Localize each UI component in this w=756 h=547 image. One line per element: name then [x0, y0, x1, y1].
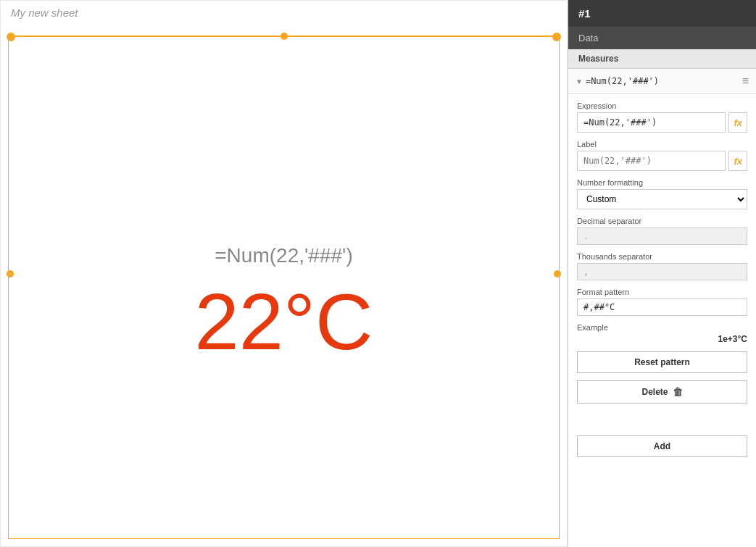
sidebar-header: #1 [568, 0, 756, 27]
label-input[interactable] [577, 151, 726, 171]
sidebar-tab-data[interactable]: Data [568, 27, 756, 49]
delete-label: Delete [641, 387, 668, 397]
measure-row[interactable]: ▼ =Num(22,'###') ≡ [568, 69, 756, 94]
thousands-separator-field-group: Thousands separator [577, 252, 747, 280]
sheet-title: My new sheet [1, 1, 567, 25]
reset-pattern-button[interactable]: Reset pattern [577, 351, 747, 373]
main-canvas: My new sheet =Num(22,'###') 22°C [0, 0, 568, 547]
add-button[interactable]: Add [577, 435, 747, 457]
thousands-separator-input[interactable] [577, 263, 747, 280]
label-label: Label [577, 140, 747, 149]
label-fx-button[interactable]: fx [728, 151, 747, 171]
label-input-row: fx [577, 151, 747, 171]
expression-fx-button[interactable]: fx [728, 112, 747, 133]
example-row: 1e+3°C [577, 334, 747, 344]
chart-expression: =Num(22,'###') [215, 244, 352, 267]
expression-field-group: Expression fx [577, 101, 747, 133]
number-formatting-select[interactable]: Custom [577, 189, 747, 209]
format-pattern-input[interactable] [577, 298, 747, 316]
example-label: Example [577, 323, 747, 332]
chart-content: =Num(22,'###') 22°C [1, 59, 567, 546]
format-pattern-label: Format pattern [577, 288, 747, 296]
trash-icon: 🗑 [673, 386, 683, 398]
format-pattern-field-group: Format pattern [577, 288, 747, 316]
number-formatting-label: Number formatting [577, 178, 747, 187]
expression-input[interactable] [577, 112, 726, 133]
measure-name: =Num(22,'###') [586, 76, 742, 86]
sidebar-body: Expression fx Label fx Number formatting… [568, 94, 756, 464]
number-formatting-field-group: Number formatting Custom [577, 178, 747, 209]
measures-section-title: Measures [568, 49, 756, 69]
decimal-separator-label: Decimal separator [577, 217, 747, 225]
label-field-group: Label fx [577, 140, 747, 171]
expression-input-row: fx [577, 112, 747, 133]
decimal-separator-input[interactable] [577, 227, 747, 245]
measure-expand-icon[interactable]: ▼ [576, 78, 583, 85]
spacer [577, 411, 747, 422]
delete-button[interactable]: Delete 🗑 [577, 380, 747, 404]
thousands-separator-label: Thousands separator [577, 252, 747, 261]
sidebar: #1 Data Measures ▼ =Num(22,'###') ≡ Expr… [568, 0, 756, 547]
expression-label: Expression [577, 101, 747, 110]
example-value: 1e+3°C [718, 334, 748, 344]
example-field-group: Example 1e+3°C [577, 323, 747, 344]
chart-value: 22°C [195, 282, 373, 362]
decimal-separator-field-group: Decimal separator [577, 217, 747, 245]
measure-menu-icon[interactable]: ≡ [742, 75, 749, 88]
